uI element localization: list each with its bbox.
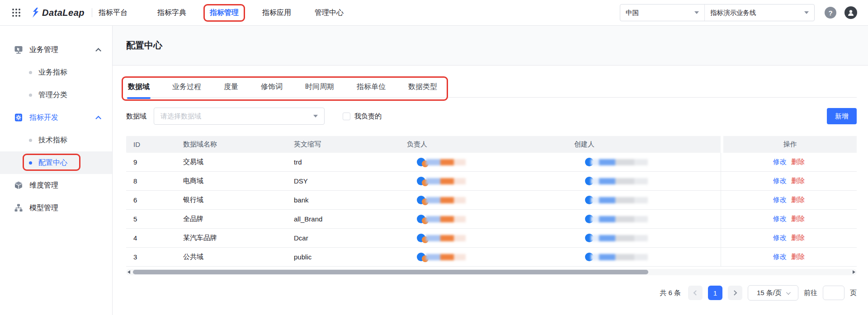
select-placeholder: 请选择数据域	[160, 112, 201, 121]
page-title: 配置中心	[126, 39, 162, 52]
add-button[interactable]: 新增	[827, 108, 857, 124]
chevron-up-icon[interactable]	[95, 48, 101, 54]
nav-item-metric-application[interactable]: 指标应用	[262, 8, 291, 18]
business-line-select-value: 指标演示业务线	[710, 9, 756, 17]
nav-item-management-center[interactable]: 管理中心	[315, 8, 344, 18]
col-header-creator: 创建人	[567, 136, 721, 153]
sidebar-item-model-management[interactable]: 模型管理	[0, 197, 112, 219]
cell-creator-redacted	[567, 248, 721, 266]
lightning-bolt-icon	[32, 8, 39, 18]
edit-link[interactable]: 修改	[773, 234, 787, 242]
delete-link[interactable]: 删除	[791, 234, 805, 242]
cell-creator-redacted	[567, 172, 721, 190]
header-select-group: 中国 指标演示业务线	[620, 4, 815, 21]
dataleap-logo[interactable]: DataLeap	[32, 8, 85, 18]
edit-link[interactable]: 修改	[773, 215, 787, 223]
scroll-left-arrow-icon[interactable]	[127, 270, 130, 274]
horizontal-scrollbar[interactable]	[126, 269, 857, 275]
sidebar-item-label: 业务指标	[38, 68, 67, 77]
delete-link[interactable]: 删除	[791, 253, 805, 261]
tab-time-period[interactable]: 时间周期	[303, 79, 336, 94]
cell-id: 8	[126, 172, 176, 190]
chevron-up-icon[interactable]	[95, 116, 101, 122]
delete-link[interactable]: 删除	[791, 177, 805, 185]
tab-business-process[interactable]: 业务过程	[170, 79, 203, 94]
delete-link[interactable]: 删除	[791, 158, 805, 166]
chevron-down-icon	[786, 290, 791, 295]
tab-metric-unit[interactable]: 指标单位	[355, 79, 387, 94]
nav-item-label: 指标管理	[210, 9, 239, 16]
region-select[interactable]: 中国	[620, 5, 705, 21]
user-avatar[interactable]	[844, 6, 857, 19]
presentation-board-icon	[14, 45, 24, 55]
sidebar-item-technical-metrics[interactable]: 技术指标	[0, 129, 112, 151]
sidebar-item-label: 技术指标	[38, 136, 67, 145]
col-header-name: 数据域名称	[176, 136, 287, 153]
caret-down-icon	[694, 11, 699, 14]
sidebar-item-label: 指标开发	[29, 113, 58, 122]
tabs-bar: 数据域 业务过程 度量 修饰词 时间周期 指标单位 数据类型	[126, 79, 857, 98]
scrollbar-thumb[interactable]	[133, 270, 648, 274]
col-header-abbr: 英文缩写	[287, 136, 400, 153]
total-count: 共 6 条	[660, 289, 681, 297]
table-row: 5 全品牌 all_Brand 修改 删除	[126, 210, 857, 229]
bullet-dot	[29, 139, 32, 142]
sidebar-item-label: 管理分类	[38, 90, 67, 100]
edit-link[interactable]: 修改	[773, 253, 787, 261]
tab-data-domain[interactable]: 数据域	[126, 79, 151, 94]
top-navbar: DataLeap 指标平台 指标字典 指标管理 指标应用 管理中心 中国 指标演…	[0, 0, 868, 26]
sidebar-item-dimension-management[interactable]: 维度管理	[0, 174, 112, 197]
cell-id: 5	[126, 210, 176, 228]
sidebar: 业务管理 业务指标 管理分类	[0, 26, 113, 315]
edit-link[interactable]: 修改	[773, 196, 787, 204]
help-icon[interactable]: ?	[825, 7, 836, 19]
cell-abbr: public	[287, 248, 400, 266]
cell-actions: 修改 删除	[721, 229, 857, 247]
delete-link[interactable]: 删除	[791, 215, 805, 223]
redacted-owner-avatar	[417, 232, 466, 244]
tab-measure[interactable]: 度量	[222, 79, 240, 94]
business-line-select[interactable]: 指标演示业务线	[705, 5, 814, 21]
bullet-dot	[29, 71, 32, 74]
apps-grid-icon[interactable]	[12, 8, 21, 17]
cell-abbr: trd	[287, 153, 400, 171]
cell-name: 某汽车品牌	[176, 229, 287, 247]
cell-owner-redacted	[400, 248, 567, 266]
next-page-button[interactable]	[728, 286, 742, 300]
data-domain-select[interactable]: 请选择数据域	[154, 108, 325, 125]
sidebar-item-config-center[interactable]: 配置中心	[0, 151, 112, 174]
sidebar-item-business-management[interactable]: 业务管理	[0, 38, 112, 61]
main-content: 配置中心 数据域 业务过程 度量 修饰词 时间周期 指标单位 数据类型	[113, 26, 868, 315]
prev-page-button[interactable]	[688, 286, 703, 300]
divider	[92, 8, 92, 17]
tab-data-type[interactable]: 数据类型	[406, 79, 439, 94]
checkbox-unchecked[interactable]	[343, 113, 350, 120]
caret-down-icon	[313, 115, 318, 118]
sidebar-item-metric-development[interactable]: 指标开发	[0, 106, 112, 129]
cell-creator-redacted	[567, 153, 721, 171]
nav-item-metric-management[interactable]: 指标管理	[210, 8, 239, 18]
page-unit-label: 页	[850, 289, 857, 297]
tab-modifier[interactable]: 修饰词	[259, 79, 284, 94]
sidebar-item-business-metrics[interactable]: 业务指标	[0, 61, 112, 84]
col-header-label: 操作	[783, 140, 797, 149]
pagination: 共 6 条 1 15 条/页 前往 页	[126, 285, 857, 301]
page-number-1[interactable]: 1	[708, 286, 722, 300]
platform-name: 指标平台	[99, 8, 127, 18]
scroll-right-arrow-icon[interactable]	[853, 270, 855, 274]
sidebar-item-management-category[interactable]: 管理分类	[0, 84, 112, 106]
table-row: 4 某汽车品牌 Dcar 修改 删除	[126, 229, 857, 248]
redacted-creator-avatar	[585, 251, 648, 263]
edit-link[interactable]: 修改	[773, 177, 787, 185]
owned-by-me-checkbox-wrap[interactable]: 我负责的	[343, 112, 382, 121]
redacted-creator-avatar	[585, 194, 648, 206]
nav-item-metric-dictionary[interactable]: 指标字典	[157, 8, 186, 18]
person-icon	[847, 9, 855, 17]
delete-link[interactable]: 删除	[791, 196, 805, 204]
cell-actions: 修改 删除	[721, 191, 857, 209]
data-domain-table: ID 数据域名称 英文缩写 负责人 创建人 操作 9 交易域 trd	[126, 136, 857, 267]
goto-page-input[interactable]	[823, 286, 844, 300]
edit-link[interactable]: 修改	[773, 158, 787, 166]
product-name: DataLeap	[42, 8, 85, 18]
page-size-select[interactable]: 15 条/页	[748, 285, 798, 301]
